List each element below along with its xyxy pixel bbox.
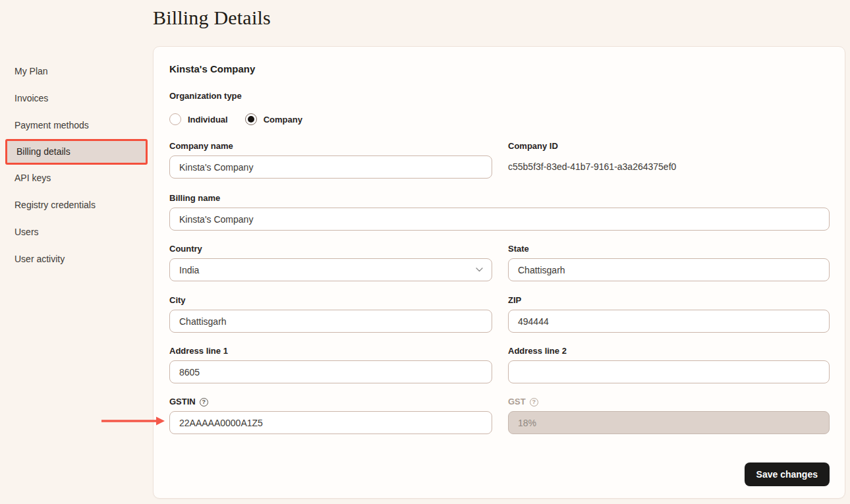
zip-input[interactable] bbox=[508, 310, 830, 333]
sidebar-item-billing-details[interactable]: Billing details bbox=[5, 139, 148, 165]
country-field: Country India bbox=[169, 244, 492, 281]
row-billing-name: Billing name bbox=[169, 193, 830, 231]
gstin-help-icon[interactable]: ? bbox=[200, 398, 208, 406]
address-line-2-label: Address line 2 bbox=[508, 346, 830, 356]
gst-label-row: GST ? bbox=[508, 397, 830, 407]
annotation-arrow-icon bbox=[101, 416, 165, 426]
gstin-label-row: GSTIN ? bbox=[169, 397, 492, 407]
gstin-field: GSTIN ? bbox=[169, 397, 492, 434]
sidebar-item-registry-credentials[interactable]: Registry credentials bbox=[0, 192, 148, 219]
radio-label-company: Company bbox=[264, 115, 302, 125]
company-id-value: c55b5f3f-83ed-41b7-9161-a3a264375ef0 bbox=[508, 161, 830, 173]
gst-field: GST ? bbox=[508, 397, 830, 434]
organization-type-label: Organization type bbox=[169, 91, 830, 101]
company-name-label: Company name bbox=[169, 141, 492, 152]
address-line-1-input[interactable] bbox=[169, 360, 492, 383]
sidebar-item-users[interactable]: Users bbox=[0, 219, 148, 246]
gst-label: GST bbox=[508, 397, 526, 407]
zip-label: ZIP bbox=[508, 295, 830, 306]
save-row: Save changes bbox=[169, 462, 830, 486]
row-gst: GSTIN ? GST ? bbox=[169, 397, 830, 434]
radio-unselected-icon[interactable] bbox=[169, 113, 181, 125]
chevron-down-icon bbox=[476, 267, 483, 272]
gstin-input[interactable] bbox=[169, 411, 492, 434]
radio-selected-icon[interactable] bbox=[245, 113, 257, 125]
zip-field: ZIP bbox=[508, 295, 830, 333]
city-field: City bbox=[169, 295, 492, 333]
address-line-2-input[interactable] bbox=[508, 360, 830, 383]
state-field: State bbox=[508, 244, 830, 281]
company-name-input[interactable] bbox=[169, 155, 492, 179]
sidebar-item-user-activity[interactable]: User activity bbox=[0, 246, 148, 273]
address-line-2-field: Address line 2 bbox=[508, 346, 830, 383]
company-id-field: Company ID c55b5f3f-83ed-41b7-9161-a3a26… bbox=[508, 141, 830, 179]
billing-form-card: Kinsta's Company Organization type Indiv… bbox=[153, 46, 845, 499]
address-line-1-label: Address line 1 bbox=[169, 346, 492, 356]
organization-type-group: Organization type Individual Company bbox=[169, 91, 830, 125]
company-id-label: Company ID bbox=[508, 141, 830, 152]
state-label: State bbox=[508, 244, 830, 254]
sidebar-item-invoices[interactable]: Invoices bbox=[0, 85, 148, 112]
company-name-field: Company name bbox=[169, 141, 492, 179]
billing-name-input[interactable] bbox=[169, 208, 830, 231]
billing-name-field: Billing name bbox=[169, 193, 830, 231]
row-city-zip: City ZIP bbox=[169, 295, 830, 333]
radio-option-company[interactable]: Company bbox=[245, 113, 302, 125]
row-company: Company name Company ID c55b5f3f-83ed-41… bbox=[169, 141, 830, 179]
address-line-1-field: Address line 1 bbox=[169, 346, 492, 383]
gst-help-icon[interactable]: ? bbox=[530, 398, 538, 406]
country-select[interactable]: India bbox=[169, 258, 492, 281]
country-selected-value: India bbox=[179, 265, 199, 275]
sidebar-item-api-keys[interactable]: API keys bbox=[0, 165, 148, 192]
row-country-state: Country India State bbox=[169, 244, 830, 281]
sidebar-item-payment-methods[interactable]: Payment methods bbox=[0, 112, 148, 139]
save-changes-button[interactable]: Save changes bbox=[745, 462, 830, 486]
city-input[interactable] bbox=[169, 310, 492, 333]
country-label: Country bbox=[169, 244, 492, 254]
gstin-label: GSTIN bbox=[169, 397, 196, 407]
gst-input bbox=[508, 411, 830, 434]
sidebar: My Plan Invoices Payment methods Billing… bbox=[0, 58, 148, 273]
radio-option-individual[interactable]: Individual bbox=[169, 113, 228, 125]
company-heading: Kinsta's Company bbox=[169, 63, 830, 75]
billing-name-label: Billing name bbox=[169, 193, 830, 204]
sidebar-item-my-plan[interactable]: My Plan bbox=[0, 58, 148, 85]
radio-label-individual: Individual bbox=[188, 115, 228, 125]
billing-details-page: Billing Details My Plan Invoices Payment… bbox=[0, 0, 850, 504]
row-address: Address line 1 Address line 2 bbox=[169, 346, 830, 383]
page-title: Billing Details bbox=[153, 5, 271, 30]
state-input[interactable] bbox=[508, 258, 830, 281]
city-label: City bbox=[169, 295, 492, 306]
organization-type-options: Individual Company bbox=[169, 113, 830, 125]
